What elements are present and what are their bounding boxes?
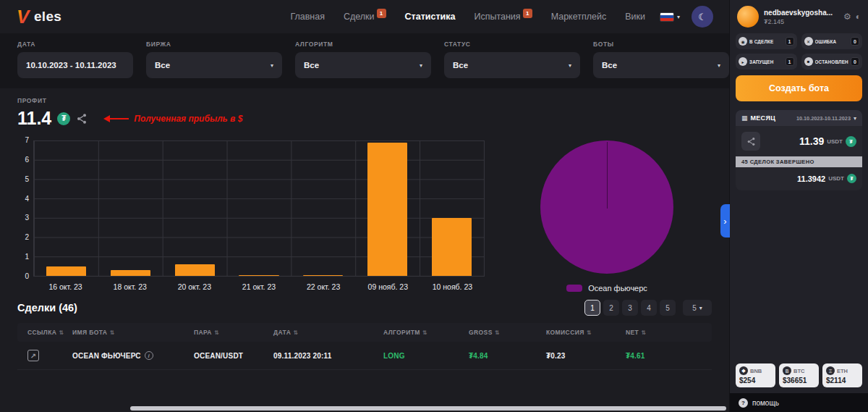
y-axis: 7 6 5 4 3 2 1 0 — [17, 140, 33, 293]
period-selector[interactable]: ▦ МЕСЯЦ 10.10.2023-10.11.2023 ▾ — [736, 110, 862, 126]
external-link-icon[interactable]: ↗ — [27, 350, 39, 361]
period-net-value: 11.3942 — [797, 175, 825, 183]
nav-item-statistics[interactable]: Статистика — [405, 12, 456, 22]
svg-text:V: V — [17, 7, 31, 27]
create-bot-button[interactable]: Создать бота — [736, 75, 862, 101]
sidebar-expand-tab[interactable]: › — [720, 204, 730, 237]
cell-net: ₮4.61 — [626, 352, 712, 360]
ticker-bnb: ◆BNB $254 — [736, 363, 775, 387]
filter-status: СТАТУС Все▾ — [444, 41, 580, 78]
right-sidebar: nedbaevskygosha... ₮2.145 ⚙ ◐ ◉ В СДЕЛКЕ… — [729, 0, 868, 412]
column-algorithm[interactable]: АЛГОРИТМ⇅ — [383, 329, 469, 336]
chevron-right-icon: › — [723, 216, 726, 227]
profit-value: 11.4 — [17, 108, 51, 129]
deals-done-strip: 45 СДЕЛОК ЗАВЕРШЕНО — [736, 156, 862, 167]
table-row: ↗ OCEAN ФЬЮЧЕРСi OCEAN/USDT 09.11.2023 2… — [17, 342, 712, 370]
nav-item-main[interactable]: Главная — [290, 12, 325, 22]
algorithm-select[interactable]: Все▾ — [295, 52, 431, 78]
chevron-down-icon: ▾ — [854, 115, 856, 122]
trials-badge: 1 — [523, 9, 532, 18]
horizontal-scrollbar[interactable] — [130, 406, 726, 411]
share-icon[interactable] — [76, 113, 88, 125]
error-count: 0 — [851, 37, 859, 46]
share-button[interactable] — [741, 132, 760, 151]
column-gross[interactable]: GROSS⇅ — [469, 329, 546, 336]
date-range-input[interactable]: 10.10.2023 - 10.11.2023 — [17, 52, 133, 78]
filter-status-label: СТАТУС — [444, 41, 580, 48]
help-button[interactable]: ? помощь — [730, 393, 868, 412]
chip-running[interactable]: ▸ ЗАПУЩЕН 1 — [736, 54, 797, 70]
user-balance: ₮2.145 — [764, 18, 838, 25]
chevron-down-icon: ▾ — [699, 305, 702, 311]
bots-select[interactable]: Все▾ — [593, 52, 729, 78]
filter-exchange-label: БИРЖА — [146, 41, 282, 48]
profit-pie-chart: Ocean фьючерс — [502, 140, 712, 293]
filter-algorithm-label: АЛГОРИТМ — [295, 41, 431, 48]
btc-icon: B — [783, 366, 791, 375]
filter-algorithm: АЛГОРИТМ Все▾ — [295, 41, 431, 78]
russian-flag-icon — [660, 12, 674, 22]
page-size-select[interactable]: 5▾ — [683, 300, 712, 316]
chip-stopped[interactable]: ■ ОСТАНОВЛЕН 0 — [801, 54, 863, 70]
exchange-select[interactable]: Все▾ — [146, 52, 282, 78]
page-button-4[interactable]: 4 — [641, 300, 657, 316]
calendar-icon: ▦ — [741, 114, 748, 122]
bar — [303, 275, 343, 276]
filter-bots: БОТЫ Все▾ — [593, 41, 729, 78]
ticker-btc: BBTC $36651 — [779, 363, 819, 387]
logo-text: eles — [34, 9, 61, 25]
cell-commission: ₮0.23 — [546, 352, 626, 360]
bar — [367, 143, 407, 276]
table-header: ССЫЛКА⇅ ИМЯ БОТА⇅ ПАРА⇅ ДАТА⇅ АЛГОРИТМ⇅ … — [17, 323, 712, 342]
usdt-coin-icon: ₮ — [57, 112, 70, 125]
page-button-2[interactable]: 2 — [603, 300, 619, 316]
chip-in-deal[interactable]: ◉ В СДЕЛКЕ 1 — [736, 33, 797, 49]
in-deal-icon: ◉ — [739, 37, 747, 46]
column-bot-name[interactable]: ИМЯ БОТА⇅ — [72, 329, 194, 336]
column-pair[interactable]: ПАРА⇅ — [194, 329, 273, 336]
profit-block: ПРОФИТ 11.4 ₮ Полученная прибыль в $ — [17, 97, 712, 129]
brightness-icon[interactable]: ◐ — [856, 12, 861, 22]
x-axis-labels: 16 окт. 23 18 окт. 23 20 окт. 23 21 окт.… — [33, 282, 485, 291]
ticker-eth: ΞETH $2114 — [822, 363, 862, 387]
page-button-3[interactable]: 3 — [622, 300, 638, 316]
chevron-down-icon: ▾ — [271, 62, 273, 69]
cell-bot-name: OCEAN ФЬЮЧЕРСi — [72, 351, 194, 360]
sort-icon: ⇅ — [495, 329, 500, 336]
sort-icon: ⇅ — [641, 329, 646, 336]
btc-price: $36651 — [783, 377, 815, 384]
gear-icon[interactable]: ⚙ — [843, 12, 851, 22]
deals-badge: 1 — [377, 9, 386, 18]
usdt-coin-icon: ₮ — [847, 174, 856, 183]
sort-icon: ⇅ — [587, 329, 592, 336]
column-link[interactable]: ССЫЛКА⇅ — [17, 329, 72, 336]
nav-menu: Главная Сделки1 Статистика Испытания1 Ма… — [290, 12, 645, 22]
charts-row: 7 6 5 4 3 2 1 0 — [17, 140, 712, 293]
filter-bots-label: БОТЫ — [593, 41, 729, 48]
nav-item-marketplace[interactable]: Маркетплейс — [551, 12, 607, 22]
filter-date: ДАТА 10.10.2023 - 10.11.2023 — [17, 41, 133, 78]
nav-item-deals[interactable]: Сделки1 — [344, 12, 386, 22]
profit-label: ПРОФИТ — [17, 97, 712, 104]
user-profile[interactable]: nedbaevskygosha... ₮2.145 ⚙ ◐ — [736, 0, 862, 32]
user-name: nedbaevskygosha... — [764, 9, 838, 17]
column-date[interactable]: ДАТА⇅ — [273, 329, 383, 336]
sort-icon: ⇅ — [214, 329, 219, 336]
trades-title: Сделки (46) — [17, 302, 77, 314]
column-net[interactable]: NET⇅ — [626, 329, 712, 336]
page-button-1[interactable]: 1 — [584, 300, 600, 316]
nav-item-wiki[interactable]: Вики — [625, 12, 645, 22]
page-button-5[interactable]: 5 — [660, 300, 676, 316]
theme-toggle[interactable]: ☾ — [692, 6, 713, 28]
info-icon[interactable]: i — [145, 351, 153, 360]
column-commission[interactable]: КОМИССИЯ⇅ — [546, 329, 626, 336]
filter-date-label: ДАТА — [17, 41, 133, 48]
language-selector[interactable]: ▾ — [660, 12, 680, 22]
chip-error[interactable]: ✕ ОШИБКА 0 — [801, 33, 863, 49]
period-profit-value: 11.39 — [799, 135, 824, 147]
nav-item-trials[interactable]: Испытания1 — [474, 12, 532, 22]
chevron-down-icon: ▾ — [677, 14, 680, 20]
status-select[interactable]: Все▾ — [444, 52, 580, 78]
profit-row: 11.4 ₮ Полученная прибыль в $ — [17, 108, 712, 129]
logo[interactable]: V eles — [16, 7, 61, 27]
